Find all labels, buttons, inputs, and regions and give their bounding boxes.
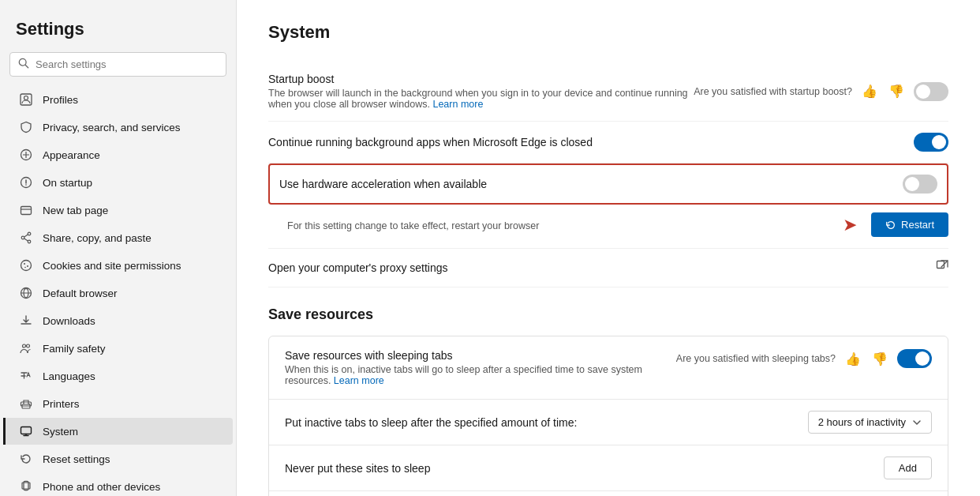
add-site-button[interactable]: Add — [884, 457, 932, 479]
restart-row: For this setting change to take effect, … — [268, 205, 948, 249]
never-sleep-label: Never put these sites to sleep — [285, 462, 430, 475]
svg-point-18 — [23, 344, 26, 348]
startup-boost-right: Are you satisfied with startup boost? 👍 … — [694, 82, 948, 101]
browser-icon — [19, 286, 33, 300]
reset-icon — [19, 452, 33, 466]
hardware-accel-toggle[interactable] — [903, 175, 937, 194]
sidebar-label-defaultbrowser: Default browser — [43, 287, 118, 299]
no-sites-body: No sites added — [269, 491, 948, 496]
svg-line-1 — [25, 65, 28, 68]
startup-boost-row: Startup boost The browser will launch in… — [268, 62, 948, 122]
startup-thumb-down-btn[interactable]: 👎 — [887, 82, 906, 100]
search-input[interactable] — [36, 58, 218, 70]
restart-arrow-icon: ➤ — [843, 215, 857, 235]
language-icon — [19, 369, 33, 383]
proxy-row: Open your computer's proxy settings — [268, 249, 948, 287]
sidebar-item-profiles[interactable]: Profiles — [3, 86, 233, 113]
sidebar-label-phone: Phone and other devices — [43, 481, 160, 493]
svg-point-15 — [27, 265, 28, 267]
sleeping-satisfied-text: Are you satisfied with sleeping tabs? — [676, 353, 836, 364]
svg-point-9 — [28, 240, 31, 243]
svg-point-14 — [24, 263, 25, 265]
inactivity-dropdown-value: 2 hours of inactivity — [818, 416, 906, 428]
external-link-icon[interactable] — [936, 260, 948, 276]
background-apps-row: Continue running background apps when Mi… — [268, 122, 948, 163]
background-apps-slider — [914, 133, 948, 152]
sidebar: Settings Profiles Privacy, search, and s… — [0, 0, 237, 496]
svg-point-16 — [24, 267, 26, 269]
sleeping-tabs-right: Are you satisfied with sleeping tabs? 👍 … — [676, 349, 932, 368]
svg-point-6 — [25, 184, 27, 186]
svg-point-3 — [24, 96, 28, 100]
restart-button[interactable]: Restart — [871, 212, 948, 237]
sleeping-tabs-desc: When this is on, inactive tabs will go t… — [285, 364, 676, 386]
sidebar-label-cookies: Cookies and site permissions — [43, 260, 181, 272]
hardware-accel-slider — [903, 175, 937, 194]
sleeping-thumb-down-btn[interactable]: 👎 — [870, 350, 889, 368]
phone-icon — [19, 479, 33, 494]
dropdown-chevron-icon — [912, 418, 922, 427]
svg-rect-7 — [21, 207, 32, 215]
page-title: System — [268, 22, 948, 43]
sidebar-item-downloads[interactable]: Downloads — [3, 307, 233, 334]
hardware-accel-right — [903, 175, 937, 194]
hardware-accel-label: Use hardware acceleration when available — [279, 178, 903, 190]
sleeping-tabs-slider — [897, 349, 932, 368]
svg-rect-23 — [21, 427, 32, 434]
svg-point-26 — [25, 490, 26, 490]
sidebar-label-newtab: New tab page — [43, 205, 108, 216]
sidebar-item-privacy[interactable]: Privacy, search, and services — [3, 114, 233, 141]
resources-card: Save resources with sleeping tabs When t… — [268, 336, 948, 496]
restart-button-label: Restart — [901, 219, 934, 231]
hardware-accel-left: Use hardware acceleration when available — [279, 178, 903, 190]
profiles-icon — [19, 92, 33, 107]
background-apps-left: Continue running background apps when Mi… — [268, 136, 914, 148]
sidebar-item-newtab[interactable]: New tab page — [3, 197, 233, 224]
inactivity-dropdown[interactable]: 2 hours of inactivity — [808, 411, 932, 434]
sidebar-item-system[interactable]: System — [3, 418, 233, 445]
startup-boost-slider — [914, 82, 948, 101]
share-icon — [19, 231, 33, 245]
startup-boost-toggle[interactable] — [914, 82, 948, 101]
startup-satisfied-text: Are you satisfied with startup boost? — [694, 86, 852, 97]
search-icon — [18, 58, 29, 71]
sidebar-item-appearance[interactable]: Appearance — [3, 141, 233, 168]
background-apps-right — [914, 133, 948, 152]
sleeping-tabs-left: Save resources with sleeping tabs When t… — [285, 349, 676, 386]
never-sleep-row: Never put these sites to sleep Add — [269, 445, 948, 491]
sidebar-item-startup[interactable]: On startup — [3, 169, 233, 196]
svg-line-11 — [24, 235, 28, 237]
startup-thumb-up-btn[interactable]: 👍 — [860, 82, 879, 100]
svg-point-19 — [27, 344, 30, 348]
sidebar-item-cookies[interactable]: Cookies and site permissions — [3, 252, 233, 279]
inactive-tabs-label: Put inactive tabs to sleep after the spe… — [285, 416, 577, 429]
sidebar-item-family[interactable]: Family safety — [3, 335, 233, 362]
proxy-right — [936, 260, 948, 276]
svg-point-8 — [28, 232, 31, 235]
sleeping-tabs-toggle[interactable] — [897, 349, 932, 368]
sidebar-item-phone[interactable]: Phone and other devices — [3, 473, 233, 496]
sidebar-item-share[interactable]: Share, copy, and paste — [3, 224, 233, 251]
sidebar-item-languages[interactable]: Languages — [3, 363, 233, 389]
startup-icon — [19, 175, 33, 190]
background-apps-toggle[interactable] — [914, 133, 948, 152]
save-resources-title: Save resources — [268, 306, 948, 323]
download-icon — [19, 314, 33, 328]
background-apps-label: Continue running background apps when Mi… — [268, 136, 914, 148]
sleeping-thumb-up-btn[interactable]: 👍 — [843, 350, 862, 368]
proxy-left: Open your computer's proxy settings — [268, 261, 936, 274]
sidebar-item-defaultbrowser[interactable]: Default browser — [3, 280, 233, 306]
sidebar-label-reset: Reset settings — [43, 453, 110, 465]
search-box[interactable] — [9, 52, 226, 77]
sidebar-item-reset[interactable]: Reset settings — [3, 445, 233, 472]
restart-row-right: ➤ Restart — [843, 212, 948, 237]
sidebar-label-downloads: Downloads — [43, 315, 95, 327]
sleeping-tabs-learn-more[interactable]: Learn more — [334, 375, 384, 386]
startup-boost-label: Startup boost — [268, 73, 694, 85]
startup-boost-learn-more[interactable]: Learn more — [432, 99, 483, 110]
sidebar-item-printers[interactable]: Printers — [3, 390, 233, 417]
sidebar-label-system: System — [43, 426, 78, 438]
sidebar-label-languages: Languages — [43, 370, 95, 382]
shield-icon — [19, 120, 33, 134]
main-content: System Startup boost The browser will la… — [237, 0, 980, 496]
